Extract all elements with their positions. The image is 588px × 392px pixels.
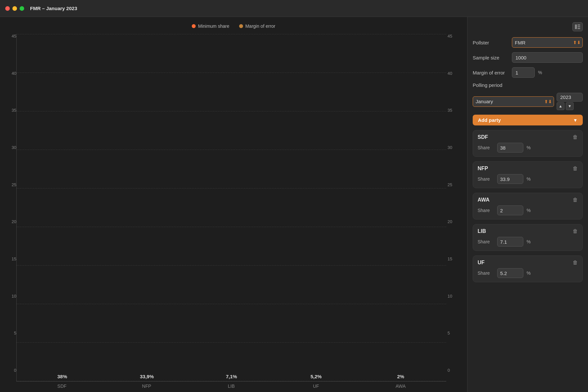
chart-area: Minimum share Margin of error 45 40 35 3… bbox=[0, 17, 467, 392]
svg-rect-0 bbox=[575, 24, 577, 29]
bar-group-lib: 7,1% bbox=[199, 374, 264, 381]
x-label-awa: AWA bbox=[368, 384, 433, 389]
party-card-lib: LIB 🗑 Share % bbox=[473, 224, 583, 251]
party-share-percent-nfp: % bbox=[527, 176, 531, 182]
bar-group-awa: 2% bbox=[368, 374, 433, 381]
y-label-45: 45 bbox=[12, 34, 16, 38]
maximize-button[interactable] bbox=[20, 6, 24, 11]
legend-label-moe: Margin of error bbox=[245, 24, 275, 29]
close-button[interactable] bbox=[5, 6, 10, 11]
party-card-header-lib: LIB 🗑 bbox=[478, 228, 578, 234]
y-axis-left: 45 40 35 30 25 20 15 10 5 0 bbox=[7, 34, 16, 389]
panel-header bbox=[473, 22, 583, 31]
right-panel: Pollster FMR ⬆⬇ Sample size Margin of er… bbox=[467, 17, 588, 392]
month-select-wrapper: January February March April May June Ju… bbox=[473, 96, 554, 107]
party-share-percent-lib: % bbox=[527, 239, 531, 244]
minimize-button[interactable] bbox=[12, 6, 17, 11]
party-card-nfp: NFP 🗑 Share % bbox=[473, 161, 583, 188]
chart-wrapper: 45 40 35 30 25 20 15 10 5 0 bbox=[7, 34, 461, 389]
sample-size-label: Sample size bbox=[473, 55, 509, 60]
party-share-percent-uf: % bbox=[527, 270, 531, 276]
pollster-label: Pollster bbox=[473, 40, 509, 45]
party-share-label-nfp: Share bbox=[478, 176, 494, 182]
party-card-sdf: SDF 🗑 Share % bbox=[473, 130, 583, 157]
main-layout: Minimum share Margin of error 45 40 35 3… bbox=[0, 17, 588, 392]
delete-party-sdf[interactable]: 🗑 bbox=[573, 134, 578, 140]
legend-label-min-share: Minimum share bbox=[198, 24, 229, 29]
party-share-input-lib[interactable] bbox=[497, 237, 523, 247]
delete-party-uf[interactable]: 🗑 bbox=[573, 260, 578, 266]
x-label-lib: LIB bbox=[199, 384, 264, 389]
pollster-select[interactable]: FMR bbox=[512, 37, 583, 48]
y-label-5: 5 bbox=[14, 331, 16, 335]
y-label-10: 10 bbox=[12, 294, 16, 298]
panel-toggle-button[interactable] bbox=[572, 22, 583, 31]
pollster-select-wrapper: FMR ⬆⬇ bbox=[512, 37, 583, 48]
party-share-input-sdf[interactable] bbox=[497, 143, 523, 153]
sidebar-icon bbox=[575, 24, 580, 29]
party-share-label-sdf: Share bbox=[478, 145, 494, 150]
polling-period-section: Polling period bbox=[473, 82, 583, 88]
svg-rect-3 bbox=[578, 28, 580, 29]
bar-group-sdf: 38% bbox=[30, 374, 95, 381]
party-name-sdf: SDF bbox=[478, 134, 488, 140]
margin-of-error-label: Margin of error bbox=[473, 70, 509, 75]
party-card-awa: AWA 🗑 Share % bbox=[473, 193, 583, 220]
x-label-nfp: NFP bbox=[114, 384, 179, 389]
y-label-0: 0 bbox=[14, 368, 16, 372]
party-share-input-nfp[interactable] bbox=[497, 174, 523, 184]
legend-item-moe: Margin of error bbox=[239, 24, 275, 29]
month-select[interactable]: January February March April May June Ju… bbox=[473, 96, 554, 107]
titlebar: FMR – January 2023 bbox=[0, 0, 588, 17]
party-card-header-awa: AWA 🗑 bbox=[478, 197, 578, 203]
party-name-lib: LIB bbox=[478, 228, 486, 234]
y-label-15: 15 bbox=[12, 257, 16, 261]
year-stepper-group: ▲ ▼ bbox=[557, 93, 583, 110]
year-up-button[interactable]: ▲ bbox=[557, 102, 564, 110]
year-input[interactable] bbox=[557, 93, 583, 102]
year-steppers: ▲ ▼ bbox=[557, 102, 583, 110]
party-card-header-uf: UF 🗑 bbox=[478, 260, 578, 266]
bar-group-uf: 5,2% bbox=[284, 374, 349, 381]
y-label-25: 25 bbox=[12, 183, 16, 187]
x-label-sdf: SDF bbox=[29, 384, 94, 389]
x-axis: SDF NFP LIB UF AWA bbox=[16, 384, 446, 389]
polling-period-label: Polling period bbox=[473, 82, 502, 88]
add-party-arrow: ▼ bbox=[573, 118, 578, 123]
bars-container: 38% 33,9% bbox=[17, 34, 446, 381]
delete-party-lib[interactable]: 🗑 bbox=[573, 228, 578, 234]
party-share-input-awa[interactable] bbox=[497, 205, 523, 215]
traffic-lights bbox=[5, 6, 24, 11]
delete-party-awa[interactable]: 🗑 bbox=[573, 197, 578, 203]
y-label-35: 35 bbox=[12, 108, 16, 112]
party-share-input-uf[interactable] bbox=[497, 268, 523, 278]
legend-dot-min-share bbox=[192, 24, 196, 28]
party-share-label-uf: Share bbox=[478, 270, 494, 276]
margin-of-error-row: Margin of error % bbox=[473, 67, 583, 78]
party-share-row-nfp: Share % bbox=[478, 174, 578, 184]
sample-size-input[interactable] bbox=[512, 52, 583, 63]
party-share-label-lib: Share bbox=[478, 239, 494, 244]
margin-of-error-percent: % bbox=[538, 70, 542, 75]
add-party-button[interactable]: Add party ▼ bbox=[473, 115, 583, 125]
svg-rect-2 bbox=[578, 26, 580, 27]
add-party-label: Add party bbox=[478, 117, 501, 123]
bar-label-uf: 5,2% bbox=[310, 374, 321, 379]
bar-label-lib: 7,1% bbox=[226, 374, 237, 379]
party-share-label-awa: Share bbox=[478, 208, 494, 213]
party-share-row-uf: Share % bbox=[478, 268, 578, 278]
margin-of-error-input[interactable] bbox=[512, 67, 535, 78]
y-label-40: 40 bbox=[12, 71, 16, 75]
svg-rect-1 bbox=[578, 24, 580, 25]
bar-group-nfp: 33,9% bbox=[114, 374, 179, 381]
year-down-button[interactable]: ▼ bbox=[566, 102, 574, 110]
party-card-uf: UF 🗑 Share % bbox=[473, 255, 583, 282]
chart-legend: Minimum share Margin of error bbox=[7, 24, 461, 29]
delete-party-nfp[interactable]: 🗑 bbox=[573, 166, 578, 172]
sample-size-row: Sample size bbox=[473, 52, 583, 63]
legend-item-min-share: Minimum share bbox=[192, 24, 229, 29]
pollster-row: Pollster FMR ⬆⬇ bbox=[473, 37, 583, 48]
y-label-30: 30 bbox=[12, 145, 16, 150]
bar-label-nfp: 33,9% bbox=[140, 374, 154, 379]
legend-dot-moe bbox=[239, 24, 243, 28]
